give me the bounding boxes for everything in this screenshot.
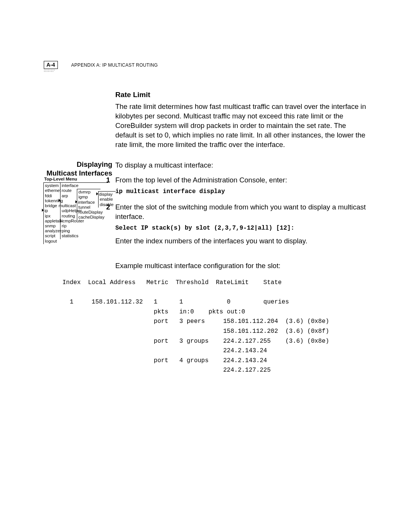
side-heading-displaying: Displaying Multicast Interfaces bbox=[44, 160, 112, 177]
menu-item: enable bbox=[100, 197, 115, 202]
running-header: A-4 ··············· APPENDIX A: IP MULTI… bbox=[44, 61, 365, 72]
step-2-followup: Enter the index numbers of the interface… bbox=[115, 236, 366, 246]
menu-item: ipx bbox=[45, 214, 62, 219]
menu-item: fddi bbox=[45, 193, 62, 198]
menu-columns: systemethernetfdditokenringbridgeipipxap… bbox=[43, 183, 108, 244]
step-1: 1 From the top level of the Administrati… bbox=[115, 176, 366, 196]
menu-col-2: interfaceroutearpmulticastudpHelperrouti… bbox=[60, 183, 79, 239]
menu-item: tunnel bbox=[78, 205, 100, 210]
menu-item: interface bbox=[75, 200, 100, 205]
side-heading-line2: Multicast Interfaces bbox=[46, 169, 112, 177]
menu-item: interface bbox=[62, 183, 78, 188]
menu-item: disable bbox=[100, 202, 115, 207]
section-rate-limit: Rate Limit The rate limit determines how… bbox=[115, 90, 366, 149]
step-1-command: ip multicast interface display bbox=[115, 187, 366, 196]
menu-col-1: systemethernetfdditokenringbridgeipipxap… bbox=[43, 183, 62, 244]
step-2-text: Enter the slot of the switching module f… bbox=[115, 203, 366, 220]
step-2: 2 Enter the slot of the switching module… bbox=[115, 203, 366, 246]
example-intro: Example multicast interface configuratio… bbox=[115, 261, 366, 271]
menu-item: statistics bbox=[62, 233, 78, 238]
menu-item: icmpRouter bbox=[62, 219, 78, 224]
rate-limit-body: The rate limit determines how fast multi… bbox=[115, 102, 366, 150]
menu-item: rip bbox=[62, 224, 78, 228]
menu-item: routeDisplay bbox=[78, 210, 100, 215]
top-level-menu-diagram: Top-Level Menu systemethernetfdditokenri… bbox=[43, 177, 108, 244]
page-number: A-4 bbox=[46, 62, 55, 68]
rate-limit-heading: Rate Limit bbox=[115, 90, 366, 100]
side-heading-line1: Displaying bbox=[76, 160, 112, 168]
step-2-prompt: Select IP stack(s) by slot (2,3,7,9-12|a… bbox=[115, 224, 366, 233]
appendix-title-text: APPENDIX A: IP MULTICAST ROUTING bbox=[71, 62, 158, 68]
displaying-intro: To display a multicast interface: bbox=[115, 161, 366, 170]
menu-item: cacheDisplay bbox=[78, 215, 100, 220]
menu-item: logout bbox=[45, 239, 62, 244]
menu-title: Top-Level Menu bbox=[44, 177, 108, 182]
menu-item: ip bbox=[42, 208, 62, 213]
appendix-title: APPENDIX A: IP MULTICAST ROUTING bbox=[71, 62, 158, 68]
menu-item: display bbox=[96, 192, 115, 197]
menu-item: appletalk bbox=[45, 219, 62, 224]
menu-item: script bbox=[45, 233, 62, 238]
page: A-4 ··············· APPENDIX A: IP MULTI… bbox=[0, 0, 411, 532]
menu-item: arp bbox=[62, 193, 78, 198]
menu-item: route bbox=[62, 188, 78, 193]
example-output: Index Local Address Metric Threshold Rat… bbox=[62, 278, 381, 375]
menu-item: ethernet bbox=[45, 188, 62, 193]
menu-item: routing bbox=[62, 214, 78, 219]
menu-item: system bbox=[45, 183, 62, 188]
menu-item: analyzer bbox=[45, 228, 62, 233]
menu-item: ping bbox=[62, 228, 78, 233]
section-displaying: To display a multicast interface: 1 From… bbox=[115, 161, 366, 270]
menu-item: snmp bbox=[45, 224, 62, 228]
menu-item: udpHelper bbox=[62, 208, 78, 213]
step-1-text: From the top level of the Administration… bbox=[115, 176, 287, 184]
menu-col-4: displayenabledisable bbox=[98, 191, 116, 208]
decorative-dots: ··············· bbox=[44, 69, 55, 72]
